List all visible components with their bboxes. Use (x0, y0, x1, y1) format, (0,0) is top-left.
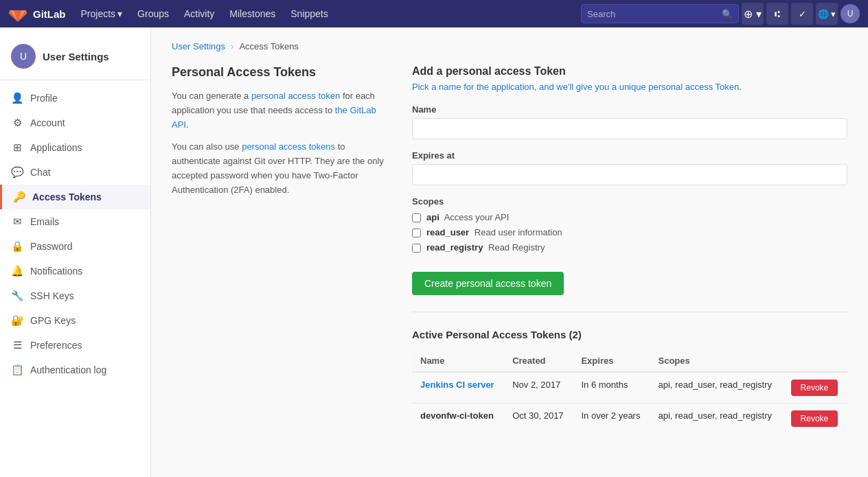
sidebar: U User Settings 👤 Profile ⚙ Account ⊞ Ap… (0, 27, 151, 477)
sidebar-item-preferences-label: Preferences (30, 340, 82, 351)
sidebar-item-account-label: Account (30, 117, 65, 128)
form-title: Add a personal access Token (412, 65, 847, 78)
expires-label: Expires at (412, 150, 847, 161)
scope-read-user: read_user Read user information (412, 227, 847, 237)
breadcrumb-parent-link[interactable]: User Settings (172, 41, 225, 51)
notifications-icon: 🔔 (11, 265, 23, 277)
token-expires-2: In over 2 years (573, 404, 650, 434)
gitlab-api-link[interactable]: the GitLab API (172, 105, 376, 130)
nav-milestones-label: Milestones (229, 8, 275, 19)
name-input[interactable] (412, 118, 847, 139)
sidebar-item-account[interactable]: ⚙ Account (0, 110, 150, 135)
sidebar-item-profile-label: Profile (30, 93, 58, 104)
sidebar-item-ssh-keys[interactable]: 🔧 SSH Keys (0, 283, 150, 308)
sidebar-item-authentication-log[interactable]: 📋 Authentication log (0, 358, 150, 382)
profile-icon: 👤 (11, 92, 23, 104)
sidebar-item-notifications-label: Notifications (30, 266, 82, 277)
account-icon: ⚙ (11, 117, 23, 129)
ssh-keys-icon: 🔧 (11, 290, 23, 302)
globe-btn[interactable]: 🌐 ▾ (816, 3, 838, 25)
tokens-table-body: Jenkins CI server Nov 2, 2017 In 6 month… (412, 372, 847, 434)
sidebar-item-applications[interactable]: ⊞ Applications (0, 135, 150, 160)
gitlab-logo[interactable]: GitLab (8, 4, 66, 23)
main-navigation: Projects ▾ Groups Activity Milestones Sn… (74, 0, 576, 27)
sidebar-item-password[interactable]: 🔒 Password (0, 234, 150, 259)
table-row: devonfw-ci-token Oct 30, 2017 In over 2 … (412, 404, 847, 434)
active-tokens-title: Active Personal Access Tokens (2) (412, 329, 847, 340)
personal-access-token-link-1[interactable]: personal access token (251, 91, 340, 101)
sidebar-item-preferences[interactable]: ☰ Preferences (0, 333, 150, 358)
sidebar-item-applications-label: Applications (30, 142, 82, 153)
scope-read-user-checkbox[interactable] (412, 229, 421, 237)
token-created-2: Oct 30, 2017 (504, 404, 573, 434)
scope-api: api Access your API (412, 212, 847, 222)
right-panel: Add a personal access Token Pick a name … (412, 65, 847, 434)
search-box[interactable]: 🔍 (581, 4, 739, 23)
nav-milestones[interactable]: Milestones (222, 0, 282, 27)
personal-access-token-link-2[interactable]: personal access tokens (242, 141, 335, 152)
nav-snippets[interactable]: Snippets (284, 0, 334, 27)
sidebar-item-chat[interactable]: 💬 Chat (0, 160, 150, 185)
topnav-right: 🔍 ⊕ ▾ ⑆ ✓ 🌐 ▾ U (581, 3, 860, 25)
access-tokens-icon: 🔑 (13, 191, 25, 203)
scope-api-checkbox[interactable] (412, 213, 421, 222)
scope-read-registry: read_registry Read Registry (412, 242, 847, 253)
tokens-table-header: Name Created Expires Scopes (412, 350, 847, 372)
gitlab-logo-text: GitLab (33, 8, 66, 20)
sidebar-item-notifications[interactable]: 🔔 Notifications (0, 259, 150, 283)
scope-api-desc: Access your API (444, 212, 510, 222)
plus-icon: ⊕ ▾ (744, 8, 761, 21)
todos-btn[interactable]: ✓ (791, 3, 813, 25)
plus-icon-btn[interactable]: ⊕ ▾ (742, 3, 764, 25)
nav-groups[interactable]: Groups (130, 0, 176, 27)
page-title: Personal Access Tokens (172, 65, 391, 80)
nav-projects[interactable]: Projects ▾ (74, 0, 130, 27)
nav-activity[interactable]: Activity (177, 0, 221, 27)
tokens-header-row: Name Created Expires Scopes (412, 350, 847, 372)
tokens-table: Name Created Expires Scopes Jenkins CI s… (412, 350, 847, 434)
col-created: Created (504, 350, 573, 372)
sidebar-item-access-tokens-label: Access Tokens (32, 191, 102, 202)
sidebar-item-emails[interactable]: ✉ Emails (0, 209, 150, 234)
revoke-button-1[interactable]: Revoke (791, 380, 838, 396)
expires-input[interactable] (412, 164, 847, 185)
nav-activity-label: Activity (184, 8, 214, 19)
sidebar-item-auth-log-label: Authentication log (30, 364, 106, 375)
sidebar-item-ssh-keys-label: SSH Keys (30, 290, 74, 301)
merge-icon: ⑆ (775, 9, 780, 19)
sidebar-user-section: U User Settings (0, 36, 150, 80)
user-avatar[interactable]: U (841, 4, 860, 23)
search-input[interactable] (587, 9, 722, 19)
applications-icon: ⊞ (11, 141, 23, 154)
scope-read-registry-checkbox[interactable] (412, 244, 421, 253)
nav-projects-label: Projects (81, 8, 116, 19)
chat-icon: 💬 (11, 166, 23, 178)
create-token-button[interactable]: Create personal access token (412, 272, 564, 295)
merge-requests-btn[interactable]: ⑆ (766, 3, 788, 25)
scope-api-name: api (426, 212, 439, 222)
nav-snippets-label: Snippets (290, 8, 328, 19)
sidebar-item-chat-label: Chat (30, 167, 51, 178)
description-paragraph-1: You can generate a personal access token… (172, 89, 391, 132)
scopes-group: Scopes api Access your API read_user Rea… (412, 196, 847, 253)
sidebar-item-gpg-keys[interactable]: 🔐 GPG Keys (0, 308, 150, 333)
scopes-label: Scopes (412, 196, 847, 207)
col-action (783, 350, 847, 372)
table-row: Jenkins CI server Nov 2, 2017 In 6 month… (412, 372, 847, 404)
sidebar-item-profile[interactable]: 👤 Profile (0, 86, 150, 110)
name-field-group: Name (412, 104, 847, 139)
revoke-button-2[interactable]: Revoke (791, 410, 838, 427)
sidebar-item-access-tokens[interactable]: 🔑 Access Tokens (0, 185, 150, 209)
top-navigation: GitLab Projects ▾ Groups Activity Milest… (0, 0, 868, 27)
main-content: User Settings › Access Tokens Personal A… (151, 27, 868, 477)
left-panel: Personal Access Tokens You can generate … (172, 65, 391, 434)
token-scopes-1: api, read_user, read_registry (650, 372, 783, 404)
breadcrumb: User Settings › Access Tokens (172, 41, 847, 51)
sidebar-item-password-label: Password (30, 241, 72, 252)
todo-icon: ✓ (799, 9, 806, 19)
sidebar-avatar: U (11, 44, 36, 69)
token-revoke-1: Revoke (783, 372, 847, 404)
sidebar-user-name: User Settings (43, 51, 109, 62)
globe-icon: 🌐 ▾ (818, 9, 836, 19)
password-icon: 🔒 (11, 240, 23, 253)
